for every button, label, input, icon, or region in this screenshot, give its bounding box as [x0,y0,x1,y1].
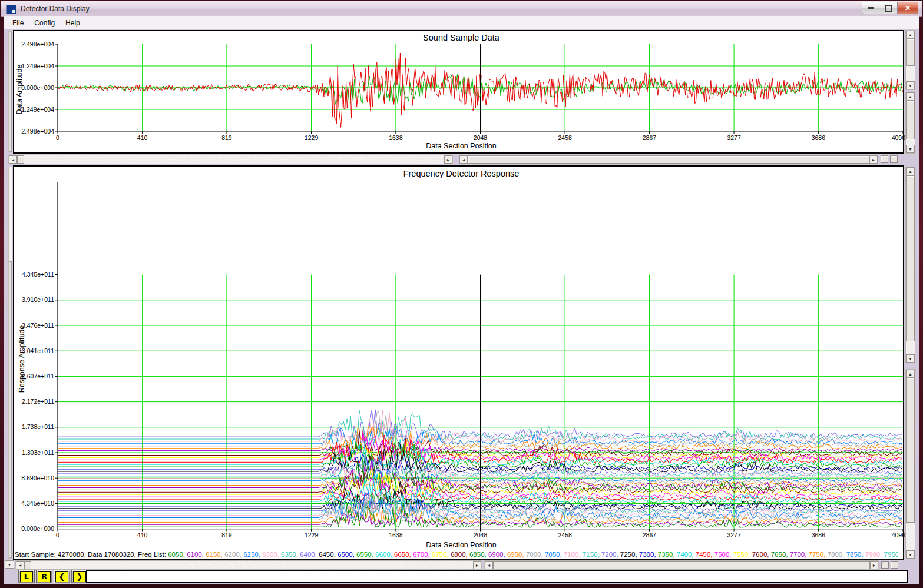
freq-label-6100: 6100, [187,551,206,558]
y-tick-label: 2.172e+011 [22,398,54,405]
minimize-button[interactable] [862,2,881,14]
bottom-corner-button-1[interactable] [881,561,889,569]
freq-label-6400: 6400, [300,551,319,558]
left-thin-scrollbar-bottom-thumb[interactable] [9,261,12,558]
freq-label-7600: 7600, [752,551,771,558]
hscroll-bottom-right[interactable]: ◄► [484,560,879,570]
title-bar[interactable]: Detector Data Display ✕ [1,1,922,17]
vscroll-bottom-b-down-arrow[interactable]: ▼ [906,550,915,559]
hscroll-bottom-left-right-arrow[interactable]: ► [473,561,481,569]
nav-forward-button[interactable]: ❯ [71,570,88,583]
y-tick-label: 2.607e+011 [22,373,54,380]
x-tick-label: 2867 [643,134,657,141]
status-strip [86,570,908,583]
freq-label-7950: 7950, [884,551,898,558]
freq-label-7900: 7900, [865,551,884,558]
vscroll-bottom-a-up-arrow[interactable]: ▲ [906,167,915,175]
vscroll-top-a-down-arrow[interactable]: ▼ [906,81,915,89]
freq-label-6750: 6750, [432,551,451,558]
vscroll-bottom-b[interactable]: ▲▼ [905,369,915,559]
x-tick-label: 1638 [389,134,403,141]
vscroll-bottom-a-down-arrow[interactable]: ▼ [906,354,915,363]
x-tick-label: 1229 [305,134,319,141]
vscroll-bottom-a-thumb[interactable] [906,175,915,341]
x-tick-label: 819 [221,531,232,539]
bottom-chart-title: Frequency Detector Response [403,169,520,178]
hscroll-top-right-thumb[interactable] [468,155,869,164]
menu-config[interactable]: Config [29,18,60,28]
hscroll-bottom-left[interactable]: ◄► [15,560,482,570]
nav-right-button[interactable]: R [36,570,52,583]
x-tick-label: 4096 [892,531,906,539]
vscroll-bottom-b-thumb[interactable] [906,378,915,523]
hscroll-bottom-left-left-arrow[interactable]: ◄ [16,561,24,569]
x-tick-label: 2867 [643,531,657,539]
vscroll-top-a[interactable]: ▲▼ [905,30,915,90]
freq-label-7300: 7300, [639,551,658,558]
hscroll-top-right-right-arrow[interactable]: ► [869,155,878,164]
y-tick-label: 2.498e+004 [21,41,54,48]
hscroll-top-left[interactable]: ◄► [8,155,453,164]
top-chart-xlabel: Data Section Position [426,142,497,150]
freq-label-7050: 7050, [545,551,564,558]
menu-file[interactable]: File [7,18,29,28]
nav-left-button[interactable]: L [18,570,35,583]
hscroll-bottom-right-left-arrow[interactable]: ◄ [485,561,493,569]
vscroll-top-a-up-arrow[interactable]: ▲ [906,31,915,39]
vscroll-bottom-b-up-arrow[interactable]: ▲ [906,370,915,378]
vscroll-top-b[interactable]: ▲▼ [905,92,915,154]
x-tick-label: 2458 [558,531,572,539]
hscroll-bottom-right-right-arrow[interactable]: ► [870,561,878,569]
freq-label-6450: 6450, [319,551,338,558]
freq-label-6200: 6200, [224,551,243,558]
y-tick-label: -2.498e+004 [19,128,54,135]
frequency-response-chart[interactable]: 0410819122916382048245828673277368640964… [14,167,903,559]
left-dropdown-button[interactable]: ▼ [5,560,14,569]
left-thin-scrollbar-bottom[interactable] [8,167,12,559]
maximize-icon [885,5,892,12]
freq-label-6550: 6550, [356,551,375,558]
vscroll-top-b-thumb[interactable] [906,101,915,139]
y-tick-label: 1.249e+004 [21,62,54,69]
x-tick-label: 1229 [305,531,319,539]
divider-corner-button-1[interactable] [881,155,888,163]
freq-label-6700: 6700, [413,551,432,558]
divider-corner-button-2[interactable] [890,155,898,163]
hscroll-bottom-left-thumb[interactable] [24,561,31,569]
hscroll-bottom-right-thumb[interactable] [493,561,870,569]
y-tick-label: 8.690e+010 [21,474,54,481]
vscroll-top-a-thumb[interactable] [906,39,915,66]
hscroll-top-left-left-arrow[interactable]: ◄ [9,155,17,164]
y-tick-label: 3.476e+011 [22,322,54,329]
vscroll-top-b-down-arrow[interactable]: ▼ [906,145,915,153]
freq-label-7000: 7000, [526,551,545,558]
bottom-corner-button-2[interactable] [891,561,898,569]
x-tick-label: 3277 [727,531,741,539]
app-icon [6,5,16,14]
left-thin-scrollbar-top-thumb[interactable] [9,32,12,152]
hscroll-top-right-left-arrow[interactable]: ◄ [459,155,468,164]
x-tick-label: 819 [221,134,232,141]
freq-label-6500: 6500, [338,551,356,558]
hscroll-top-left-thumb[interactable] [17,155,24,164]
nav-back-button[interactable]: ❮ [54,570,70,583]
freq-label-6950: 6950, [507,551,526,558]
freq-label-6650: 6650, [394,551,413,558]
vscroll-top-b-up-arrow[interactable]: ▲ [906,92,915,101]
vscroll-bottom-a[interactable]: ▲▼ [905,167,915,363]
close-button[interactable]: ✕ [897,2,918,14]
x-tick-label: 4096 [892,134,906,141]
sound-sample-chart[interactable]: 0410819122916382048245828673277368640962… [14,31,903,152]
left-thin-scrollbar-top[interactable] [8,31,12,152]
maximize-button[interactable] [879,2,897,14]
freq-label-7200: 7200, [601,551,620,558]
x-tick-label: 2458 [558,134,572,141]
freq-label-7800: 7800, [828,551,846,558]
freq-label-7100: 7100, [564,551,583,558]
hscroll-top-left-right-arrow[interactable]: ► [444,155,452,164]
y-tick-label: 4.345e+010 [21,500,54,507]
trace-7400 [58,440,902,465]
hscroll-top-right[interactable]: ◄► [459,155,878,164]
trace-6850 [58,461,902,491]
menu-help[interactable]: Help [60,18,85,28]
